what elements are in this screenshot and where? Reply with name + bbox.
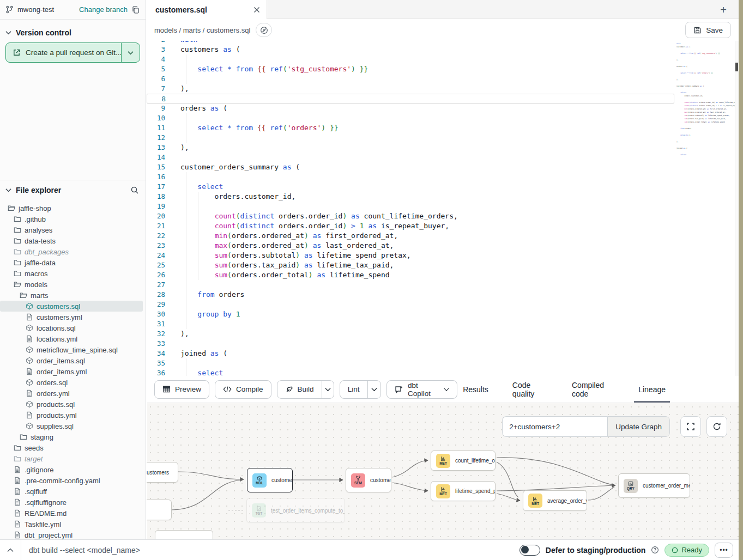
file-explorer-collapse-icon[interactable] [5,188,11,192]
file-item-customers-yml[interactable]: customers.yml [0,312,146,322]
code-line-36: 36 select [147,368,674,376]
dbt-copilot-button[interactable]: dbt Copilot [386,380,457,399]
lineage-node-orders[interactable]: orders [147,500,172,520]
defer-toggle[interactable] [520,545,540,556]
lineage-selector-group: Update Graph [502,416,670,437]
code-line-22: 22 min(orders.ordered_at) as first_order… [147,231,674,241]
tab-customers-sql[interactable]: customers.sql [147,0,267,19]
compile-button[interactable]: Compile [215,380,271,399]
file-item-customers-sql[interactable]: customers.sql [0,301,143,312]
fullscreen-button[interactable] [680,416,701,437]
file-item-orders-yml[interactable]: orders.yml [0,388,146,399]
wrench-icon [285,385,293,393]
file-item-jaffle-data[interactable]: jaffle-data [0,257,146,268]
copilot-caret-icon [444,387,449,392]
code-line-14: 14 [147,153,674,162]
preview-button[interactable]: Preview [154,380,209,399]
met-badge: MET [436,454,450,468]
file-item--pre-commit-config-yaml[interactable]: .pre-commit-config.yaml [0,475,146,486]
docs-compass-button[interactable] [256,23,272,37]
help-icon[interactable] [651,546,659,554]
file-item-products-sql[interactable]: products.sql [0,399,146,410]
file-item-analyses[interactable]: analyses [0,224,146,235]
file-item-dbt-packages[interactable]: dbt_packages [0,246,146,257]
preview-grid-icon [162,385,171,393]
file-item--gitignore[interactable]: .gitignore [0,464,146,475]
change-branch-link[interactable]: Change branch [79,5,128,14]
file-item-locations-sql[interactable]: locations.sql [0,322,146,333]
code-line-8: 8 [147,94,674,104]
file-item-seeds[interactable]: seeds [0,442,146,453]
file-item-dbt-project-yml[interactable]: dbt_project.yml [0,529,146,539]
tab-code-quality[interactable]: Code quality [512,376,548,403]
file-item-orders-sql[interactable]: orders.sql [0,377,146,388]
code-editor[interactable]: 2with3customers as (45 select * from {{ … [147,41,739,376]
tst-badge: TST [252,503,266,518]
status-badge[interactable]: Ready [665,544,709,557]
tab-lineage[interactable]: Lineage [638,376,666,403]
file-item-models[interactable]: models [0,279,146,290]
lineage-node-average-order-value[interactable]: METaverage_order_value [523,490,587,511]
refresh-button[interactable] [706,416,727,437]
tab-compiled-code[interactable]: Compiled code [572,376,614,403]
file-item-metricflow-time-spine-sql[interactable]: metricflow_time_spine.sql [0,344,146,355]
lint-caret[interactable] [367,381,380,398]
file-item-jaffle-shop[interactable]: jaffle-shop [0,203,146,214]
save-button[interactable]: Save [685,22,731,38]
lint-button[interactable]: Lint [340,381,367,398]
build-caret[interactable] [322,381,334,398]
file-item--sqlfluffignore[interactable]: .sqlfluffignore [0,497,146,508]
file-item-target[interactable]: target [0,453,146,464]
file-item-products-yml[interactable]: products.yml [0,410,146,421]
lineage-node-test-order-items-compute-to-bools-[interactable]: TSTtest_order_items_compute_to_bools... [246,498,345,523]
file-item-marts[interactable]: marts [0,290,146,301]
folder-icon [14,215,21,223]
lineage-node-customer-order-metrics[interactable]: QRYcustomer_order_metrics [618,473,690,498]
editor-scrollbar[interactable] [735,41,739,376]
version-control-header[interactable]: Version control [5,25,140,42]
file-item--github[interactable]: .github [0,214,146,224]
copy-branch-icon[interactable] [131,5,140,14]
tab-title: customers.sql [155,5,249,14]
file-item-supplies-sql[interactable]: supplies.sql [0,421,146,431]
file-search-icon[interactable] [130,186,139,194]
file-item-order-items-yml[interactable]: order_items.yml [0,366,146,377]
lineage-node-customers[interactable]: SEMcustomers [346,468,391,492]
model-icon [26,400,33,408]
file-item-data-tests[interactable]: data-tests [0,235,146,246]
command-input[interactable]: dbt build --select <model_name> [21,546,520,555]
more-options-button[interactable]: ••• [715,543,733,558]
create-pr-button[interactable]: Create a pull request on Git... [5,42,140,63]
file-item-staging[interactable]: staging [0,431,146,442]
file-item--sqlfluff[interactable]: .sqlfluff [0,486,146,497]
code-line-7: 7), [147,84,674,94]
tab-results[interactable]: Results [463,376,488,403]
doc-icon [26,389,33,397]
lineage-node-partial[interactable] [155,530,213,539]
copilot-label: dbt Copilot [408,381,439,398]
code-line-2: 2with [147,41,674,45]
lineage-node-customers[interactable]: MDLcustomers [247,468,293,492]
lineage-node-stg-customers[interactable]: stg_customers [147,462,178,483]
lineage-node-lifetime-spend-pretax[interactable]: METlifetime_spend_pretax [431,481,496,501]
file-item-readme-md[interactable]: README.md [0,508,146,519]
file-item-macros[interactable]: macros [0,268,146,279]
code-line-9: 9orders as ( [147,104,674,113]
file-item-label: .sqlfluff [25,488,47,496]
sem-badge: SEM [351,473,365,488]
file-item-label: data-tests [25,237,56,245]
file-item-locations-yml[interactable]: locations.yml [0,333,146,344]
build-button[interactable]: Build [277,381,322,398]
file-item-label: locations.yml [37,335,77,343]
update-graph-button[interactable]: Update Graph [607,416,670,437]
tab-close-icon[interactable] [253,7,260,13]
create-pr-caret[interactable] [121,43,140,62]
file-item-order-items-sql[interactable]: order_items.sql [0,355,146,366]
editor-minimap[interactable]: withcustomers as ( select * from {{ ref(… [676,42,733,156]
expand-console-button[interactable] [0,548,21,552]
file-item-taskfile-yml[interactable]: Taskfile.yml [0,519,146,529]
lineage-node-count-lifetime-orders[interactable]: METcount_lifetime_orders [431,451,496,471]
new-tab-button[interactable]: + [716,2,731,17]
lineage-selector-input[interactable] [502,416,607,437]
met-badge: MET [528,494,542,508]
